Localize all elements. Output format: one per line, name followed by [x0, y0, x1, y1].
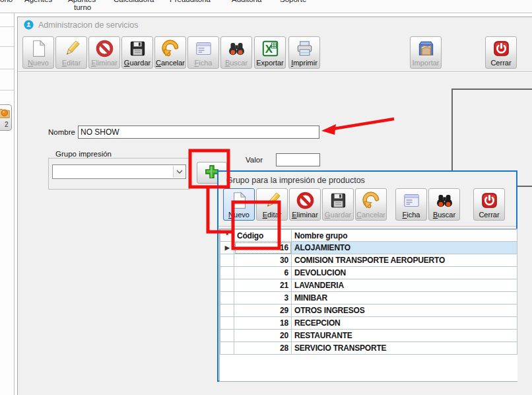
pencil-icon [263, 190, 281, 211]
menu-item-calculadora[interactable]: Calculadora [114, 0, 154, 3]
editar-button[interactable]: Editar [55, 36, 87, 69]
cancelar-button[interactable]: Cancelar [154, 36, 186, 69]
power-icon [481, 190, 498, 211]
app-icon [24, 20, 34, 30]
nombre-input[interactable] [78, 126, 319, 139]
table-row[interactable]: ▶ 16 ALOJAMIENTO [220, 242, 517, 254]
buscar-button[interactable]: Buscar [220, 36, 252, 69]
grupo-impresion-label: Grupo impresión [53, 150, 114, 158]
binoculars-icon [436, 190, 453, 211]
ban-icon [296, 190, 314, 211]
chevron-down-icon[interactable] [173, 166, 185, 178]
importar-button[interactable]: Importar [410, 36, 442, 69]
power-icon [492, 38, 510, 59]
nuevo-button[interactable]: Nuevo [22, 36, 54, 69]
column-header-codigo[interactable]: Código [234, 230, 292, 242]
undo-arrow-icon [162, 38, 180, 59]
current-row-marker: ▶ [220, 242, 234, 254]
toolbar-separator [18, 71, 532, 73]
menu-item-apuntes-turno-line2[interactable]: turno [74, 3, 91, 11]
child-buscar-button[interactable]: Buscar [428, 188, 460, 221]
valor-input[interactable] [276, 153, 320, 166]
printer-icon [296, 38, 314, 59]
window-grupo-impresion-productos: Grupo para la impresión de productos Nue… [217, 170, 517, 382]
title-bar[interactable]: Administracion de servicios [18, 17, 532, 33]
table-row[interactable]: 3 MINIBAR [220, 292, 517, 305]
table-row[interactable]: 21 LAVANDERIA [220, 279, 517, 292]
left-partial-toolbar-button[interactable]: 2 [0, 104, 12, 131]
binoculars-icon [228, 38, 246, 59]
excel-icon: X [261, 38, 279, 59]
undo-arrow-icon [362, 190, 380, 211]
menu-item-auditoria[interactable]: Auditoria [232, 0, 261, 3]
table-header-row: * Código Nombre grupo [220, 230, 517, 242]
form-card-icon [403, 190, 420, 211]
nombre-label: Nombre [48, 128, 75, 136]
cerrar-button[interactable]: Cerrar [485, 36, 517, 69]
child-window-title: Grupo para la impresión de productos [226, 176, 365, 185]
child-nuevo-button[interactable]: Nuevo [223, 188, 255, 221]
child-editar-button[interactable]: Editar [256, 188, 288, 221]
menu-item-soporte[interactable]: Soporte [280, 0, 306, 3]
child-guardar-button[interactable]: Guardar [322, 188, 354, 221]
table-row[interactable]: 29 OTROS INGRESOS [220, 305, 517, 317]
ficha-button[interactable]: Ficha [187, 36, 219, 69]
menu-item-partial[interactable]: ono [0, 0, 13, 3]
new-document-icon [230, 190, 248, 211]
window-title: Administracion de servicios [38, 20, 138, 30]
form-card-icon [195, 38, 213, 59]
menu-bar: ono Agentes Apuntes turno Calculadora Pr… [0, 0, 532, 13]
child-cerrar-button[interactable]: Cerrar [473, 188, 505, 221]
parent-window-left-strip: 2 [0, 13, 17, 395]
child-ficha-button[interactable]: Ficha [395, 188, 427, 221]
floppy-disk-icon [329, 190, 347, 211]
grupo-impresion-combobox[interactable] [52, 164, 186, 179]
pencil-icon [63, 38, 81, 59]
column-header-nombre-grupo[interactable]: Nombre grupo [292, 230, 517, 242]
child-cancelar-button[interactable]: Cancelar [355, 188, 387, 221]
guardar-button[interactable]: Guardar [121, 36, 153, 69]
left-button-badge: 2 [5, 121, 9, 128]
table-row[interactable]: 6 DEVOLUCION [220, 267, 517, 279]
divider [14, 13, 15, 395]
grupos-table: * Código Nombre grupo ▶ 16 ALOJAMIENTO 3… [219, 229, 517, 382]
table-row[interactable]: 20 RESTAURANTE [220, 330, 517, 342]
imprimir-button[interactable]: Imprimir [288, 36, 320, 69]
table-row[interactable]: 18 RECEPCION [220, 317, 517, 330]
header-marker: * [220, 230, 234, 242]
menu-item-preauditoria[interactable]: Preauditoria [170, 0, 211, 3]
menu-item-agentes[interactable]: Agentes [24, 0, 52, 3]
floppy-disk-icon [129, 38, 147, 59]
valor-label: Valor [246, 156, 263, 164]
exportar-button[interactable]: X Exportar [254, 36, 286, 69]
new-document-icon [30, 38, 48, 59]
import-box-icon [417, 38, 435, 59]
table-row[interactable]: 30 COMISION TRANSPORTE AEROPUERTO [220, 254, 517, 267]
table-row[interactable]: 28 SERVICIO TRANSPORTE [220, 342, 517, 355]
eliminar-button[interactable]: Eliminar [88, 36, 120, 69]
child-eliminar-button[interactable]: Eliminar [289, 188, 321, 221]
toolbar-separator [218, 226, 516, 227]
ban-icon [96, 38, 114, 59]
folder-badge-icon [0, 110, 11, 122]
